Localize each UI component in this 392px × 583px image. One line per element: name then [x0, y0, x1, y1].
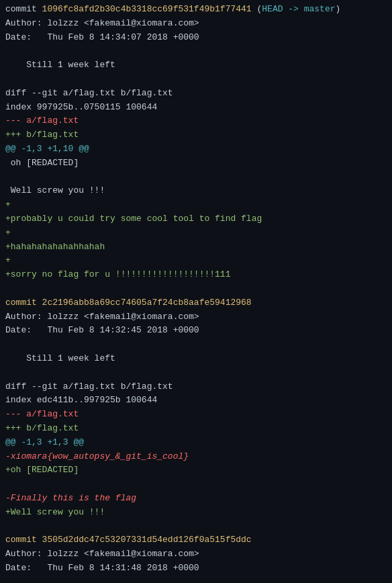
diff-context-line: oh [REDACTED]	[5, 156, 387, 171]
empty-line	[5, 366, 387, 380]
commit-message-line: Still 1 week left	[5, 58, 387, 73]
diff-added-line: +probably u could try some cool tool to …	[5, 212, 387, 226]
empty-line	[5, 519, 387, 533]
terminal: commit 1096fc8afd2b30c4b3318cc69f531f49b…	[5, 3, 387, 583]
diff-minus-file-line: --- a/flag.txt	[5, 114, 387, 128]
date-line: Date: Thu Feb 8 14:31:48 2018 +0000	[5, 562, 387, 576]
diff-added-line: +Well screw you !!!	[5, 506, 387, 520]
diff-minus-file-line: --- a/flag.txt	[5, 408, 387, 422]
diff-added-line: +	[5, 254, 387, 268]
commit-hash-line: commit 2c2196abb8a69cc74605a7f24cb8aafe5…	[5, 296, 387, 310]
date-line: Date: Thu Feb 8 14:34:07 2018 +0000	[5, 31, 387, 45]
diff-header-line: index 997925b..0750115 100644	[5, 101, 387, 115]
diff-header-line: index edc411b..997925b 100644	[5, 394, 387, 408]
empty-line	[5, 282, 387, 296]
diff-added-line: +	[5, 226, 387, 240]
author-line: Author: lolzzz <fakemail@xiomara.com>	[5, 310, 387, 324]
diff-plus-file-line: +++ b/flag.txt	[5, 422, 387, 436]
diff-added-line: +hahahahahahahhahah	[5, 240, 387, 255]
diff-context-line: Well screw you !!!	[5, 184, 387, 198]
empty-line	[5, 171, 387, 185]
diff-hunk-line: @@ -1,3 +1,10 @@	[5, 142, 387, 156]
diff-hunk-line: @@ -1,3 +1,3 @@	[5, 436, 387, 450]
empty-line	[5, 44, 387, 58]
diff-header-line: diff --git a/flag.txt b/flag.txt	[5, 87, 387, 101]
author-line: Author: lolzzz <fakemail@xiomara.com>	[5, 547, 387, 562]
empty-line	[5, 576, 387, 583]
diff-header-line: diff --git a/flag.txt b/flag.txt	[5, 380, 387, 394]
date-line: Date: Thu Feb 8 14:32:45 2018 +0000	[5, 324, 387, 338]
empty-line	[5, 73, 387, 87]
diff-added-line: +oh [REDACTED]	[5, 463, 387, 478]
diff-plus-file-line: +++ b/flag.txt	[5, 128, 387, 142]
author-line: Author: lolzzz <fakemail@xiomara.com>	[5, 17, 387, 31]
diff-added-line: +sorry no flag for u !!!!!!!!!!!!!!!!!!!…	[5, 268, 387, 282]
empty-line	[5, 478, 387, 492]
diff-added-line: +	[5, 198, 387, 212]
diff-removed-special-line: -xiomara{wow_autopsy_&_git_is_cool}	[5, 450, 387, 464]
empty-line	[5, 338, 387, 352]
commit-hash-line: commit 1096fc8afd2b30c4b3318cc69f531f49b…	[5, 3, 387, 17]
commit-message-line: Still 1 week left	[5, 352, 387, 366]
diff-removed-special-line: -Finally this is the flag	[5, 492, 387, 506]
commit-hash-line: commit 3505d2ddc47c53207331d54edd126f0a5…	[5, 533, 387, 547]
